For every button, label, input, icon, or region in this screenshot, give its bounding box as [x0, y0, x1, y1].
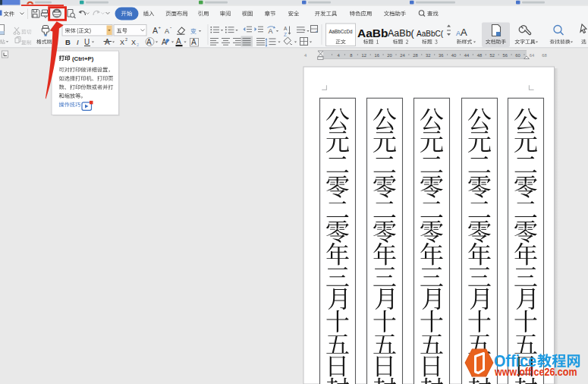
svg-text:36: 36 [439, 53, 443, 58]
svg-text:U: U [84, 38, 90, 46]
svg-text:8: 8 [350, 53, 352, 58]
svg-text:48: 48 [477, 53, 482, 58]
svg-text:32: 32 [426, 53, 430, 58]
svg-text:16: 16 [374, 53, 379, 58]
svg-text:X: X [131, 39, 136, 46]
svg-text:+: + [316, 29, 319, 33]
svg-text:52: 52 [490, 53, 495, 58]
svg-text:A: A [456, 30, 461, 37]
svg-text:I: I [77, 38, 79, 46]
svg-text:12: 12 [362, 53, 366, 58]
svg-text:56: 56 [502, 53, 507, 58]
svg-text:+: + [159, 25, 162, 30]
svg-text:2: 2 [137, 42, 139, 47]
svg-text:AaBb(: AaBb( [388, 28, 415, 39]
svg-text:44: 44 [464, 53, 470, 58]
svg-text:A: A [105, 38, 110, 46]
svg-text:(Ctrl+P): (Ctrl+P) [72, 55, 94, 62]
svg-text:28: 28 [413, 53, 417, 58]
svg-text:A: A [461, 27, 467, 38]
svg-text:A: A [191, 38, 197, 46]
svg-text:20: 20 [387, 53, 391, 58]
svg-text:68: 68 [542, 53, 546, 58]
svg-text:X: X [120, 39, 124, 46]
svg-text:www.office26.com: www.office26.com [494, 366, 577, 378]
svg-text:2: 2 [125, 37, 127, 42]
svg-text:A: A [165, 27, 169, 35]
svg-text:B: B [65, 38, 71, 46]
svg-text:24: 24 [400, 53, 405, 58]
svg-text:A: A [176, 37, 181, 46]
svg-text:Z: Z [284, 32, 287, 37]
svg-text:-: - [170, 24, 171, 30]
svg-text:A: A [269, 27, 273, 35]
svg-text:AaBb: AaBb [357, 27, 388, 39]
svg-text:64: 64 [530, 53, 535, 58]
svg-text:AaBbC(: AaBbC( [417, 30, 444, 38]
svg-text:A: A [284, 26, 288, 31]
svg-text:40: 40 [451, 53, 456, 58]
svg-text:AaBbCcDd: AaBbCcDd [329, 29, 353, 34]
svg-text:A: A [153, 26, 158, 35]
svg-text:A: A [162, 38, 167, 46]
svg-text:60: 60 [515, 53, 520, 58]
